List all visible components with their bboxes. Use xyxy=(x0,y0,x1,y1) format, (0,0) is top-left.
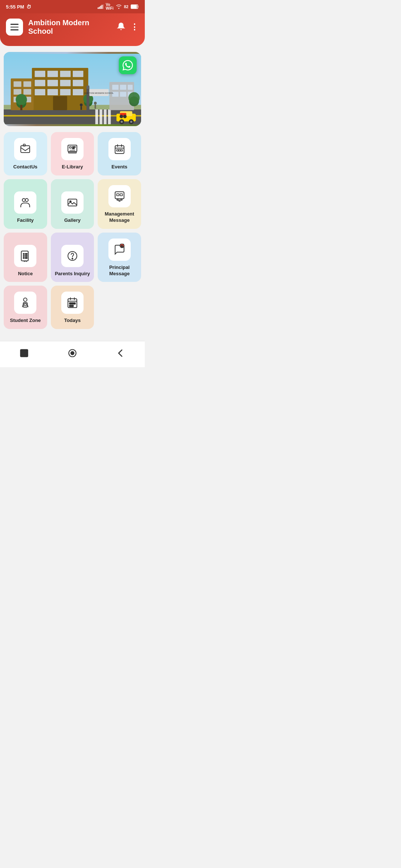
svg-rect-66 xyxy=(81,106,82,109)
student-zone-label: Student Zone xyxy=(10,318,41,324)
vo-wifi-text: VoWiFi xyxy=(106,3,114,10)
svg-rect-68 xyxy=(95,105,96,109)
svg-rect-13 xyxy=(100,109,102,124)
header-actions: ⋮ xyxy=(117,22,139,32)
app-header: Ambition Modern School ⋮ xyxy=(0,13,145,46)
svg-point-59 xyxy=(121,121,123,123)
grid-item-todays[interactable]: Todays xyxy=(51,286,94,329)
contactus-label: ContactUs xyxy=(13,164,38,170)
svg-rect-90 xyxy=(120,194,123,195)
svg-point-51 xyxy=(128,92,140,103)
svg-rect-19 xyxy=(60,71,71,77)
grid-item-events[interactable]: Events xyxy=(98,132,141,175)
svg-rect-92 xyxy=(23,253,25,254)
grid-item-management[interactable]: Management Message xyxy=(98,179,141,229)
svg-text:AMBITION MODERN SCHOOL: AMBITION MODERN SCHOOL xyxy=(84,92,114,94)
svg-rect-18 xyxy=(48,71,58,77)
grid-item-gallery[interactable]: Gallery xyxy=(51,179,94,229)
svg-rect-28 xyxy=(73,89,83,95)
svg-rect-52 xyxy=(87,87,89,110)
svg-rect-4 xyxy=(103,4,104,9)
svg-point-102 xyxy=(24,298,27,302)
notice-label: Notice xyxy=(18,271,33,277)
todays-icon-box xyxy=(61,292,84,314)
grid-empty-cell xyxy=(98,286,141,329)
management-icon-box xyxy=(108,185,131,207)
gallery-icon xyxy=(66,197,78,208)
notice-icon-box xyxy=(14,245,36,267)
svg-rect-96 xyxy=(25,255,27,256)
svg-rect-22 xyxy=(48,80,58,86)
grid-item-student-zone[interactable]: Student Zone xyxy=(4,286,47,329)
svg-rect-73 xyxy=(72,147,75,147)
svg-point-99 xyxy=(72,258,73,259)
contact-icon-box xyxy=(14,138,36,160)
nav-home-button[interactable] xyxy=(66,346,79,360)
grid-item-contactus[interactable]: ContactUs xyxy=(4,132,47,175)
svg-rect-110 xyxy=(71,305,73,307)
grid-item-parents-inquiry[interactable]: Parents Inquiry xyxy=(51,233,94,282)
nav-square-button[interactable] xyxy=(17,346,31,360)
principal-icon-box: 1 xyxy=(108,239,131,261)
grid-item-facility[interactable]: Facility xyxy=(4,179,47,229)
svg-rect-3 xyxy=(101,5,102,9)
svg-rect-72 xyxy=(69,147,71,148)
battery-icon xyxy=(131,4,139,9)
svg-rect-17 xyxy=(35,71,45,77)
svg-point-84 xyxy=(70,201,71,202)
svg-rect-2 xyxy=(100,6,101,9)
status-right: VoWiFi 82 xyxy=(98,3,139,10)
svg-rect-33 xyxy=(14,89,22,95)
battery-display: 82 xyxy=(124,4,128,9)
svg-rect-6 xyxy=(131,5,137,8)
signal-icon xyxy=(98,4,104,9)
svg-rect-32 xyxy=(23,81,31,87)
svg-rect-108 xyxy=(71,303,73,304)
svg-point-61 xyxy=(130,121,133,123)
svg-rect-89 xyxy=(117,194,119,195)
svg-rect-104 xyxy=(25,304,26,306)
svg-rect-24 xyxy=(73,80,83,86)
svg-rect-39 xyxy=(120,85,126,90)
svg-rect-26 xyxy=(48,89,58,95)
svg-point-63 xyxy=(120,115,123,118)
menu-button[interactable] xyxy=(6,19,23,36)
library-icon-box xyxy=(61,138,84,160)
events-icon xyxy=(114,143,125,155)
svg-rect-97 xyxy=(25,257,27,259)
svg-rect-69 xyxy=(21,146,30,153)
svg-rect-14 xyxy=(104,109,107,124)
contact-icon xyxy=(19,143,31,155)
more-icon[interactable]: ⋮ xyxy=(130,22,139,32)
library-icon xyxy=(66,143,78,155)
main-content: AMBITION MODERN SCHOOL xyxy=(0,46,145,335)
svg-rect-38 xyxy=(112,85,118,90)
svg-rect-1 xyxy=(99,7,100,9)
svg-rect-23 xyxy=(60,80,71,86)
app-title: Ambition Modern School xyxy=(28,19,112,36)
whatsapp-button[interactable] xyxy=(119,56,137,74)
parents-inquiry-label: Parents Inquiry xyxy=(55,271,90,277)
todays-label: Todays xyxy=(64,318,81,324)
svg-rect-31 xyxy=(14,81,22,87)
grid-item-elibrary[interactable]: E-Library xyxy=(51,132,94,175)
bottom-navigation xyxy=(0,341,145,367)
status-bar: 5:55 PM ⏱ VoWiFi 82 xyxy=(0,0,145,13)
nav-back-button[interactable] xyxy=(114,346,127,360)
student-icon xyxy=(19,297,31,309)
grid-item-principal[interactable]: 1 Principal Message xyxy=(98,233,141,282)
inquiry-icon xyxy=(66,250,78,262)
facility-icon-box xyxy=(14,191,36,214)
svg-rect-70 xyxy=(23,144,25,146)
grid-item-notice[interactable]: Notice xyxy=(4,233,47,282)
svg-rect-0 xyxy=(98,7,99,9)
facility-label: Facility xyxy=(17,217,34,224)
bell-icon[interactable] xyxy=(117,22,125,32)
svg-rect-21 xyxy=(35,80,45,86)
svg-rect-34 xyxy=(23,89,31,95)
svg-rect-15 xyxy=(108,109,111,124)
inquiry-icon-box xyxy=(61,245,84,267)
principal-label: Principal Message xyxy=(101,264,137,277)
wifi-icon xyxy=(116,4,122,9)
svg-rect-94 xyxy=(23,257,25,259)
